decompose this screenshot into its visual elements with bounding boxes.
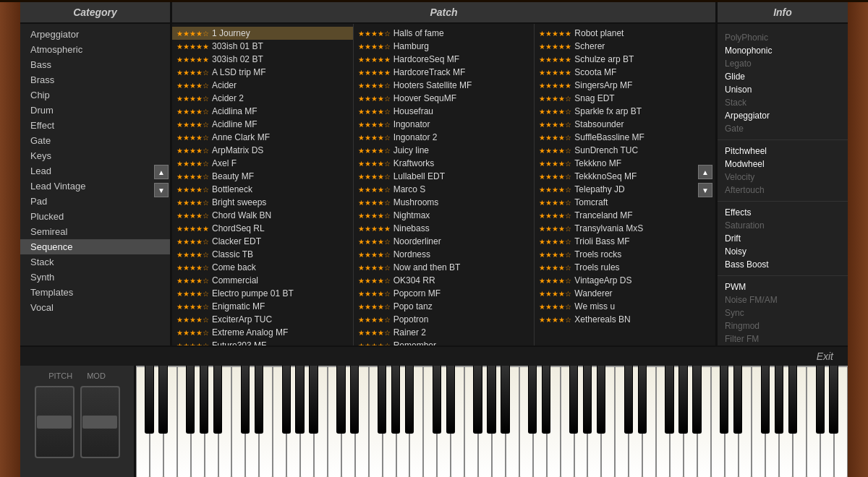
patch-item[interactable]: ★★★★☆Tekkkno MF bbox=[535, 157, 715, 170]
patch-scroll-up[interactable]: ▲ bbox=[698, 165, 712, 179]
patch-item[interactable]: ★★★★★Scoota MF bbox=[535, 66, 715, 79]
info-item[interactable]: Gate bbox=[725, 122, 841, 135]
patch-item[interactable]: ★★★★☆Come back bbox=[172, 261, 353, 274]
patch-item[interactable]: ★★★★☆Acider 2 bbox=[172, 92, 353, 105]
patch-item[interactable]: ★★★★★ChordSeq RL bbox=[172, 222, 353, 235]
black-key[interactable] bbox=[775, 366, 783, 434]
black-key[interactable] bbox=[583, 366, 592, 434]
category-item[interactable]: Keys bbox=[20, 148, 170, 163]
patch-item[interactable]: ★★★★★Ninebass bbox=[354, 222, 535, 235]
patch-item[interactable]: ★★★★☆Mushrooms bbox=[354, 196, 535, 209]
info-item[interactable]: Arpeggiator bbox=[725, 109, 841, 122]
patch-item[interactable]: ★★★★☆Clacker EDT bbox=[172, 235, 353, 248]
info-item[interactable]: PWM bbox=[725, 280, 841, 293]
patch-item[interactable]: ★★★★☆Acidlina MF bbox=[172, 105, 353, 118]
info-item[interactable]: Ringmod bbox=[725, 319, 841, 332]
patch-item[interactable]: ★★★★★SingersArp MF bbox=[535, 79, 715, 92]
black-key[interactable] bbox=[720, 366, 728, 434]
category-item[interactable]: Plucked bbox=[20, 209, 170, 224]
info-item[interactable]: Monophonic bbox=[725, 44, 841, 57]
info-item[interactable]: Bass Boost bbox=[725, 258, 841, 271]
patch-item[interactable]: ★★★★☆Tomcraft bbox=[535, 196, 715, 209]
pitch-wheel[interactable] bbox=[35, 386, 75, 458]
patch-item[interactable]: ★★★★☆Ingonator bbox=[354, 118, 535, 131]
patch-item[interactable]: ★★★★☆Now and then BT bbox=[354, 261, 535, 274]
category-item[interactable]: Pad bbox=[20, 194, 170, 209]
category-scroll-up[interactable]: ▲ bbox=[154, 165, 169, 179]
patch-item[interactable]: ★★★★☆Xethereals BN bbox=[535, 313, 715, 326]
patch-item[interactable]: ★★★★☆Kraftworks bbox=[354, 157, 535, 170]
black-key[interactable] bbox=[569, 366, 578, 434]
patch-item[interactable]: ★★★★☆Wanderer bbox=[535, 287, 715, 300]
black-key[interactable] bbox=[391, 366, 400, 434]
patch-item[interactable]: ★★★★☆Nightmax bbox=[354, 209, 535, 222]
patch-item[interactable]: ★★★★☆Tranceland MF bbox=[535, 209, 715, 222]
black-key[interactable] bbox=[473, 366, 482, 434]
patch-item[interactable]: ★★★★☆Acidline MF bbox=[172, 118, 353, 131]
black-key[interactable] bbox=[624, 366, 633, 434]
category-item[interactable]: Synth bbox=[20, 270, 170, 285]
info-item[interactable]: Stack bbox=[725, 96, 841, 109]
patch-item[interactable]: ★★★★☆Electro pumpe 01 BT bbox=[172, 287, 353, 300]
patch-item[interactable]: ★★★★★HardcoreSeq MF bbox=[354, 53, 535, 66]
patch-item[interactable]: ★★★★☆Future303 MF bbox=[172, 339, 353, 345]
patch-item[interactable]: ★★★★☆Halls of fame bbox=[354, 27, 535, 40]
patch-item[interactable]: ★★★★☆Popcorn MF bbox=[354, 287, 535, 300]
category-scroll-down[interactable]: ▼ bbox=[154, 183, 169, 197]
black-key[interactable] bbox=[665, 366, 673, 434]
black-key[interactable] bbox=[186, 366, 195, 434]
info-item[interactable]: Glide bbox=[725, 70, 841, 83]
category-item[interactable]: Sequence bbox=[20, 239, 170, 254]
patch-item[interactable]: ★★★★☆Hamburg bbox=[354, 40, 535, 53]
patch-item[interactable]: ★★★★★Robot planet bbox=[535, 27, 715, 40]
black-key[interactable] bbox=[597, 366, 605, 434]
black-key[interactable] bbox=[378, 366, 386, 434]
info-item[interactable]: Noise FM/AM bbox=[725, 293, 841, 306]
black-key[interactable] bbox=[528, 366, 537, 434]
patch-item[interactable]: ★★★★☆Beauty MF bbox=[172, 170, 353, 183]
patch-item[interactable]: ★★★★☆VintageArp DS bbox=[535, 274, 715, 287]
patch-item[interactable]: ★★★★☆Sparkle fx arp BT bbox=[535, 105, 715, 118]
black-key[interactable] bbox=[200, 366, 208, 434]
patch-item[interactable]: ★★★★★Schulze arp BT bbox=[535, 53, 715, 66]
black-key[interactable] bbox=[158, 366, 167, 434]
info-item[interactable]: Unison bbox=[725, 83, 841, 96]
info-item[interactable]: Drift bbox=[725, 232, 841, 245]
patch-item[interactable]: ★★★★☆Transylvania MxS bbox=[535, 222, 715, 235]
black-key[interactable] bbox=[213, 366, 222, 434]
patch-item[interactable]: ★★★★☆Trioli Bass MF bbox=[535, 235, 715, 248]
black-key[interactable] bbox=[295, 366, 304, 434]
mod-wheel[interactable] bbox=[80, 386, 120, 458]
info-item[interactable]: PolyPhonic bbox=[725, 31, 841, 44]
black-key[interactable] bbox=[638, 366, 647, 434]
black-key[interactable] bbox=[405, 366, 414, 434]
patch-item[interactable]: ★★★★☆Stabsounder bbox=[535, 118, 715, 131]
black-key[interactable] bbox=[487, 366, 495, 434]
patch-item[interactable]: ★★★★☆SuffleBassline MF bbox=[535, 131, 715, 144]
info-item[interactable]: Sync bbox=[725, 306, 841, 319]
black-key[interactable] bbox=[816, 366, 825, 434]
patch-item[interactable]: ★★★★☆Bright sweeps bbox=[172, 196, 353, 209]
black-key[interactable] bbox=[336, 366, 345, 434]
black-key[interactable] bbox=[241, 366, 250, 434]
category-item[interactable]: Drum bbox=[20, 103, 170, 118]
black-key[interactable] bbox=[282, 366, 291, 434]
category-item[interactable]: Lead bbox=[20, 163, 170, 179]
patch-item[interactable]: ★★★★☆Remember bbox=[354, 339, 535, 345]
patch-item[interactable]: ★★★★☆SunDrench TUC bbox=[535, 144, 715, 157]
patch-item[interactable]: ★★★★☆A LSD trip MF bbox=[172, 66, 353, 79]
info-item[interactable]: Saturation bbox=[725, 219, 841, 232]
info-item[interactable]: Filter FM bbox=[725, 332, 841, 345]
info-item[interactable]: Noisy bbox=[725, 245, 841, 258]
patch-item[interactable]: ★★★★★303ish 02 BT bbox=[172, 53, 353, 66]
black-key[interactable] bbox=[788, 366, 797, 434]
patch-item[interactable]: ★★★★☆Hoover SequMF bbox=[354, 92, 535, 105]
black-key[interactable] bbox=[501, 366, 509, 434]
patch-item[interactable]: ★★★★☆Popo tanz bbox=[354, 300, 535, 313]
category-item[interactable]: Atmospheric bbox=[20, 42, 170, 57]
black-key[interactable] bbox=[678, 366, 687, 434]
category-item[interactable]: Effect bbox=[20, 118, 170, 133]
patch-item[interactable]: ★★★★☆Hooters Satellite MF bbox=[354, 79, 535, 92]
black-key[interactable] bbox=[733, 366, 742, 434]
patch-item[interactable]: ★★★★☆Lullabell EDT bbox=[354, 170, 535, 183]
